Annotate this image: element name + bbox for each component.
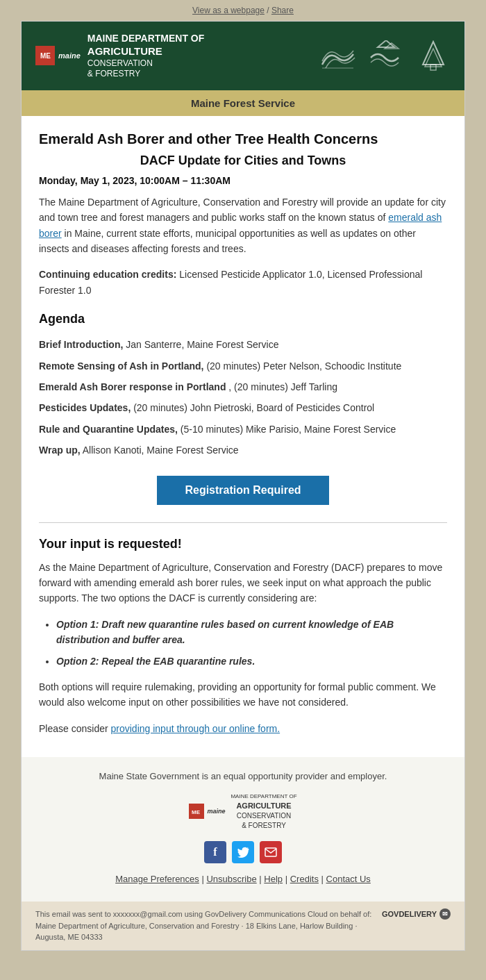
help-link[interactable]: Help [264,874,283,884]
outer-wrapper: ME maine MAINE DEPARTMENT OF AGRICULTURE… [0,21,486,965]
footer-logo-inner: ME maine MAINE DEPARTMENT OF AGRICULTURE… [189,792,296,831]
agenda-item: Rule and Quarantine Updates, (5-10 minut… [39,422,447,437]
svg-marker-5 [423,42,444,65]
agenda-item: Pesticides Updates, (20 minutes) John Pi… [39,400,447,415]
agenda-item: Brief Introduction, Jan Santerre, Maine … [39,337,447,352]
view-as-webpage-link[interactable]: View as a webpage [192,6,265,15]
registration-btn-wrap: Registration Required [39,476,447,505]
agenda-text-1: (20 minutes) Peter Nelson, Schoodic Inst… [206,360,401,372]
header-icons [319,40,451,72]
agenda-bold-5: Wrap up, [39,445,81,456]
main-title: Emerald Ash Borer and other Tree Health … [39,130,447,148]
footer-maine-label: maine [207,808,225,815]
topbar-separator: / [267,6,271,15]
header-logo-area: ME maine MAINE DEPARTMENT OF AGRICULTURE… [35,32,204,80]
svg-text:ME: ME [40,52,51,60]
credits-label: Continuing education credits: [39,269,176,280]
footer-links: Manage Preferences | Unsubscribe | Help … [35,874,451,884]
facebook-icon[interactable]: f [204,841,226,863]
footer-dept-text: MAINE DEPARTMENT OF AGRICULTURE CONSERVA… [231,792,296,831]
field-icon [319,40,357,72]
svg-text:ME: ME [192,809,201,815]
agenda-bold-2: Emerald Ash Borer response in Portland [39,381,226,392]
email-container: ME maine MAINE DEPARTMENT OF AGRICULTURE… [21,21,465,951]
input-section-title: Your input is requested! [39,537,447,551]
agenda-bold-3: Pesticides Updates, [39,402,131,413]
agenda-title: Agenda [39,312,447,326]
input-description: As the Maine Department of Agriculture, … [39,560,447,606]
water-icon [367,40,405,72]
service-banner: Maine Forest Service [22,90,464,116]
govdelivery-badge: GOVDELIVERY ✉ [382,908,451,920]
credits-line: Continuing education credits: Licensed P… [39,267,447,298]
govdelivery-dot: ✉ [439,908,451,920]
forest-icon [416,40,451,72]
footer-logo-box: ME maine [189,804,225,819]
maine-red-box: ME [35,46,55,65]
unsubscribe-link[interactable]: Unsubscribe [206,874,256,884]
manage-preferences-link[interactable]: Manage Preferences [115,874,199,884]
maine-logo-icon: ME [37,48,53,63]
agenda-text-3: (20 minutes) John Pietroski, Board of Pe… [133,402,374,413]
description: The Maine Department of Agriculture, Con… [39,194,447,257]
footer-area: Maine State Government is an equal oppor… [22,757,464,902]
please-consider: Please consider providing input through … [39,721,447,736]
header-banner: ME maine MAINE DEPARTMENT OF AGRICULTURE… [22,22,464,90]
footer-logo: ME maine MAINE DEPARTMENT OF AGRICULTURE… [35,792,451,831]
please-consider-label: Please consider [39,723,111,734]
dept-name: MAINE DEPARTMENT OF AGRICULTURE CONSERVA… [87,32,205,80]
registration-button[interactable]: Registration Required [157,476,328,505]
bottom-notice-text: This email was sent to xxxxxxx@gmail.com… [35,908,375,943]
event-date: Monday, May 1, 2023, 10:00AM – 11:30AM [39,175,447,186]
twitter-icon[interactable] [232,841,254,863]
agenda-bold-1: Remote Sensing of Ash in Portland, [39,360,204,372]
option-2-item: Option 2: Repeal the EAB quarantine rule… [56,654,447,669]
social-icons: f [35,841,451,863]
agenda-item: Emerald Ash Borer response in Portland ,… [39,379,447,395]
agenda-text-5: Allison Kanoti, Maine Forest Service [83,445,239,456]
option-1-text: Option 1: Draft new quarantine rules bas… [56,619,394,645]
agenda-text-0: Jan Santerre, Maine Forest Service [126,339,278,350]
main-content: Emerald Ash Borer and other Tree Health … [22,116,464,757]
svg-rect-7 [430,65,436,70]
maine-label: maine [58,51,81,60]
share-link[interactable]: Share [271,6,294,15]
sub-title: DACF Update for Cities and Towns [39,153,447,168]
envelope-icon [265,847,277,857]
sep3: | [285,874,290,884]
divider [39,522,447,523]
credits-link[interactable]: Credits [290,874,319,884]
agenda-text-4: (5-10 minutes) Mike Parisio, Maine Fores… [181,424,396,435]
footer-maine-svg: ME [190,805,203,817]
agenda-item: Remote Sensing of Ash in Portland, (20 m… [39,358,447,374]
agenda-bold-4: Rule and Quarantine Updates, [39,424,178,435]
bottom-notice: This email was sent to xxxxxxx@gmail.com… [22,902,464,950]
option-1-item: Option 1: Draft new quarantine rules bas… [56,617,447,648]
svg-rect-10 [265,848,276,856]
option-2-text: Option 2: Repeal the EAB quarantine rule… [56,656,255,667]
footer-maine-icon: ME [189,804,204,819]
agenda-item: Wrap up, Allison Kanoti, Maine Forest Se… [39,442,447,458]
govdelivery-text: GOVDELIVERY [382,910,437,918]
equal-opportunity: Maine State Government is an equal oppor… [35,771,451,781]
email-share-icon[interactable] [260,841,282,863]
description-text-1: The Maine Department of Agriculture, Con… [39,197,446,223]
options-list: Option 1: Draft new quarantine rules bas… [56,617,447,669]
contact-us-link[interactable]: Contact Us [326,874,371,884]
both-options-text: Both options will require rulemaking, pr… [39,679,447,711]
maine-logo-box: ME maine [35,46,81,65]
online-form-link[interactable]: providing input through our online form. [111,723,280,734]
agenda-bold-0: Brief Introduction, [39,339,123,350]
sep4: | [321,874,326,884]
description-text-2: in Maine, current state efforts, municip… [39,228,416,254]
twitter-bird-icon [237,846,249,858]
agenda-text-2: , (20 minutes) Jeff Tarling [228,381,337,392]
top-bar: View as a webpage / Share [0,0,486,21]
